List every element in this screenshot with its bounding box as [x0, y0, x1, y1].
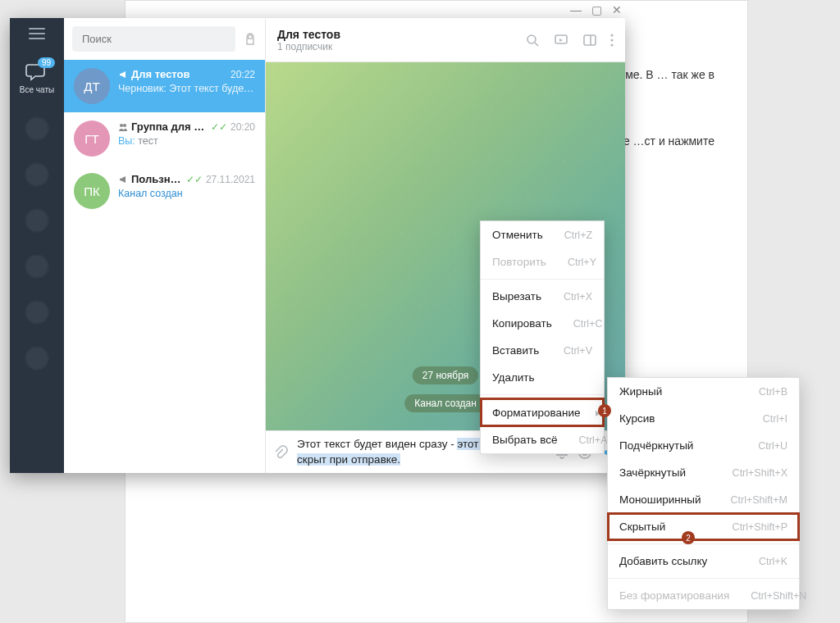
context-menu-item[interactable]: ПодчёркнутыйCtrl+U	[608, 432, 799, 459]
context-menu-item[interactable]: ЖирныйCtrl+B	[608, 378, 799, 405]
chat-name: Пользно…	[131, 173, 183, 185]
chat-time: 27.11.2021	[206, 174, 255, 185]
formatting-submenu: ЖирныйCtrl+BКурсивCtrl+IПодчёркнутыйCtrl…	[607, 377, 800, 610]
chat-list-pane: ДТ Для тестов 20:22 Черновик: Этот текст…	[64, 18, 266, 473]
chat-avatar: ДТ	[74, 68, 110, 104]
svg-point-8	[610, 39, 613, 41]
context-menu-item: ПовторитьCtrl+Y	[481, 248, 604, 275]
context-menu-item[interactable]: Удалить	[481, 364, 604, 391]
conversation-header: Для тестов 1 подписчик	[266, 18, 625, 62]
read-ticks-icon: ✓✓	[211, 121, 227, 133]
menu-item-label: Жирный	[619, 385, 662, 398]
side-panel-icon[interactable]	[582, 33, 597, 48]
nav-item-ghost	[25, 209, 48, 232]
search-icon[interactable]	[525, 33, 540, 48]
annotation-badge-1: 1	[598, 404, 611, 417]
menu-item-label: Форматирование	[492, 407, 581, 419]
chat-avatar: ГТ	[74, 121, 110, 157]
nav-item-ghost	[25, 255, 48, 278]
context-menu-item: Без форматированияCtrl+Shift+N	[608, 582, 799, 609]
menu-item-label: Вырезать	[492, 290, 541, 302]
svg-point-7	[610, 34, 613, 36]
menu-item-label: Курсив	[619, 412, 655, 425]
context-menu-item[interactable]: ВырезатьCtrl+X	[481, 283, 604, 310]
all-chats-icon[interactable]: 99	[25, 62, 48, 82]
context-menu-item[interactable]: ОтменитьCtrl+Z	[481, 221, 604, 248]
more-icon[interactable]	[610, 33, 614, 48]
context-menu-item[interactable]: ЗачёркнутыйCtrl+Shift+X	[608, 459, 799, 486]
svg-point-0	[120, 124, 123, 127]
chat-list-item[interactable]: ДТ Для тестов 20:22 Черновик: Этот текст…	[64, 60, 265, 112]
chat-name: Группа для те…	[131, 121, 208, 133]
input-text-visible: Этот текст будет виден сразу -	[297, 438, 457, 450]
menu-icon[interactable]	[29, 28, 45, 39]
nav-item-ghost	[25, 163, 48, 186]
chat-preview: Вы: тест	[118, 135, 255, 147]
chat-type-icon	[118, 70, 128, 80]
chat-list-item[interactable]: ГТ Группа для те… ✓✓ 20:20 Вы: тест	[64, 112, 265, 165]
context-menu-item[interactable]: КопироватьCtrl+C	[481, 310, 604, 337]
menu-item-label: Моноширинный	[619, 493, 701, 506]
chat-preview: Канал создан	[118, 188, 255, 199]
nav-item-ghost	[25, 347, 48, 370]
read-ticks-icon: ✓✓	[186, 174, 203, 185]
close-button[interactable]: ✕	[612, 3, 622, 16]
menu-item-label: Зачёркнутый	[619, 466, 686, 479]
minimize-button[interactable]: —	[570, 3, 582, 16]
lock-icon[interactable]	[244, 33, 257, 46]
chat-subtitle: 1 подписчик	[277, 41, 340, 52]
context-menu-item[interactable]: ВставитьCtrl+V	[481, 337, 604, 364]
attach-icon[interactable]	[272, 444, 289, 461]
chat-time: 20:22	[231, 69, 255, 80]
menu-item-label: Скрытый	[619, 521, 665, 533]
svg-line-3	[535, 43, 538, 46]
svg-rect-5	[584, 35, 596, 45]
unread-badge: 99	[38, 57, 55, 68]
svg-point-1	[123, 124, 126, 127]
search-input[interactable]	[72, 26, 235, 52]
menu-item-label: Выбрать всё	[492, 434, 557, 446]
context-menu-item[interactable]: КурсивCtrl+I	[608, 405, 799, 432]
menu-item-label: Удалить	[492, 371, 535, 384]
context-menu: ОтменитьCtrl+ZПовторитьCtrl+YВырезатьCtr…	[480, 221, 605, 454]
menu-item-label: Без форматирования	[619, 589, 729, 602]
chat-list-item[interactable]: ПК Пользно… ✓✓ 27.11.2021 Канал создан	[64, 165, 265, 217]
menu-item-label: Подчёркнутый	[619, 439, 693, 452]
all-chats-label: Все чаты	[20, 85, 54, 94]
chat-type-icon	[118, 122, 128, 132]
annotation-badge-2: 2	[682, 531, 695, 544]
chat-time: 20:20	[231, 121, 255, 133]
service-message: Канал создан	[404, 394, 486, 412]
maximize-button[interactable]: ▢	[591, 3, 602, 16]
chat-name: Для тестов	[131, 68, 227, 80]
menu-item-label: Вставить	[492, 344, 539, 357]
context-menu-item[interactable]: Выбрать всёCtrl+A	[481, 426, 604, 453]
nav-sidebar: 99 Все чаты	[10, 18, 64, 473]
context-menu-item[interactable]: Форматирование▸	[481, 398, 604, 426]
window-controls: — ▢ ✕	[570, 3, 622, 16]
nav-item-ghost	[25, 117, 48, 140]
chat-title: Для тестов	[277, 28, 340, 41]
menu-item-label: Отменить	[492, 229, 543, 241]
stream-icon[interactable]	[553, 33, 569, 48]
svg-point-2	[527, 35, 536, 43]
menu-item-label: Добавить ссылку	[619, 555, 707, 567]
nav-item-ghost	[25, 301, 48, 324]
chat-type-icon	[118, 175, 128, 184]
chat-preview: Черновик: Этот текст будет …	[118, 83, 255, 94]
context-menu-item[interactable]: Добавить ссылкуCtrl+K	[608, 548, 799, 575]
context-menu-item[interactable]: СкрытыйCtrl+Shift+P	[608, 513, 799, 540]
svg-point-9	[610, 43, 613, 46]
date-pill: 27 ноября	[413, 366, 478, 384]
context-menu-item[interactable]: МоноширинныйCtrl+Shift+M	[608, 486, 799, 513]
menu-item-label: Копировать	[492, 317, 552, 330]
menu-item-label: Повторить	[492, 256, 546, 268]
chat-avatar: ПК	[74, 173, 110, 209]
